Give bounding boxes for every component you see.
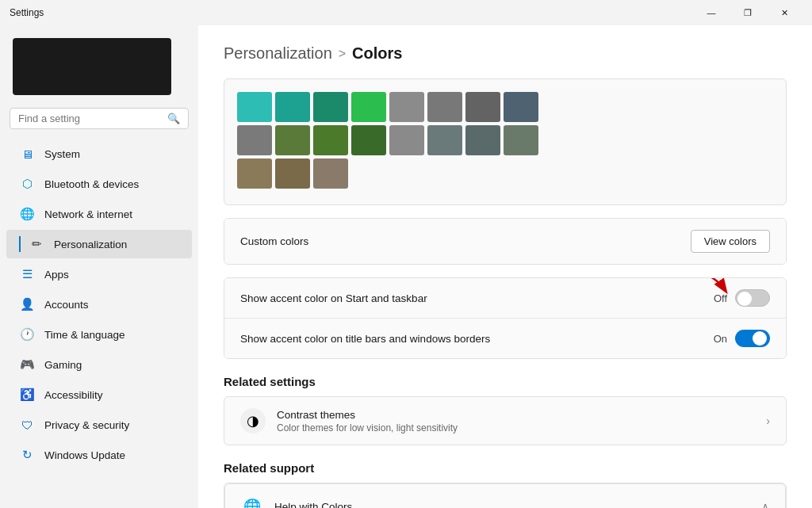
search-input[interactable] [18,113,167,124]
custom-colors-row: Custom colors View colors [224,219,786,264]
sidebar-item-system[interactable]: 🖥 System [6,139,192,168]
accent-color-settings: Show accent color on Start and taskbar O… [224,277,787,359]
sidebar-item-label: Time & language [44,329,125,341]
contrast-themes-item[interactable]: ◑ Contrast themes Color themes for low v… [224,396,787,445]
sidebar-item-accessibility[interactable]: ♿ Accessibility [6,380,192,409]
sidebar-item-privacy[interactable]: 🛡 Privacy & security [6,411,192,439]
sidebar-item-personalization[interactable]: ✏ Personalization [6,230,192,258]
swatch[interactable] [351,125,386,155]
related-support-section: 🌐 Help with Colors ∧ Changing taskbar co… [224,483,787,508]
personalization-icon: ✏ [29,236,44,252]
view-colors-button[interactable]: View colors [691,230,770,253]
swatch[interactable] [465,125,500,155]
swatch[interactable] [465,92,500,122]
swatch[interactable] [275,92,310,122]
toggle-start-right: Off [714,289,770,307]
active-indicator [19,236,21,252]
help-colors-title: Help with Colors [274,501,761,509]
toggle-title-right: On [714,330,770,347]
sidebar-item-label: Windows Update [44,449,125,461]
help-colors-item[interactable]: 🌐 Help with Colors ∧ [224,483,786,508]
contrast-themes-text: Contrast themes Color themes for low vis… [277,409,766,434]
sidebar-item-gaming[interactable]: 🎮 Gaming [6,350,192,379]
swatch[interactable] [313,92,348,122]
time-icon: 🕐 [19,327,35,342]
network-icon: 🌐 [19,206,35,222]
sidebar-item-network[interactable]: 🌐 Network & internet [6,200,192,228]
swatch[interactable] [313,125,348,155]
sidebar-item-label: Personalization [54,239,127,250]
toggle-start[interactable] [735,289,770,307]
swatch[interactable] [237,159,272,189]
minimize-button[interactable]: — [693,0,730,25]
titlebar-title: Settings [10,7,693,18]
sidebar-item-time[interactable]: 🕐 Time & language [6,320,192,349]
swatch[interactable] [237,125,272,155]
toggle-thumb [753,331,767,346]
swatch-row-3 [237,159,773,189]
swatch[interactable] [427,92,462,122]
sidebar-item-label: Network & internet [44,208,132,220]
breadcrumb-separator: > [339,47,346,61]
swatch[interactable] [389,125,424,155]
contrast-themes-subtitle: Color themes for low vision, light sensi… [277,422,766,434]
swatch[interactable] [389,92,424,122]
sidebar-item-label: Gaming [44,359,82,371]
contrast-themes-icon: ◑ [240,408,266,434]
system-icon: 🖥 [19,146,35,162]
swatch[interactable] [313,159,348,189]
sidebar: 🔍 🖥 System ⬡ Bluetooth & devices 🌐 Netwo… [0,25,198,508]
custom-colors-section: Custom colors View colors [224,218,787,265]
chevron-right-icon: › [766,414,770,427]
swatch[interactable] [275,125,310,155]
related-support-title: Related support [224,461,787,475]
swatch[interactable] [504,125,538,155]
sidebar-item-label: System [44,148,80,160]
sidebar-item-accounts[interactable]: 👤 Accounts [6,290,192,319]
contrast-themes-title: Contrast themes [277,409,766,421]
toggle-start-label: Show accent color on Start and taskbar [240,292,714,304]
gaming-icon: 🎮 [19,357,35,372]
sidebar-item-bluetooth[interactable]: ⬡ Bluetooth & devices [6,170,192,198]
search-bar[interactable]: 🔍 [10,108,189,129]
bluetooth-icon: ⬡ [19,176,35,192]
titlebar: Settings — ❐ ✕ [0,0,812,25]
swatch[interactable] [237,92,272,122]
swatch[interactable] [351,92,386,122]
sidebar-item-label: Privacy & security [44,419,129,431]
swatch[interactable] [275,159,310,189]
related-settings-title: Related settings [224,375,787,388]
breadcrumb-current: Colors [352,44,402,63]
maximize-button[interactable]: ❐ [730,0,766,25]
winupdate-icon: ↻ [19,447,35,463]
globe-icon: 🌐 [241,495,263,508]
toggle-thumb [737,292,752,306]
accessibility-icon: ♿ [19,387,35,403]
toggle-title-status: On [714,333,727,345]
swatch[interactable] [427,125,462,155]
content-inner: Personalization > Colors [198,25,812,508]
sidebar-item-winupdate[interactable]: ↻ Windows Update [6,441,192,469]
sidebar-item-label: Accessibility [44,389,103,401]
breadcrumb-parent[interactable]: Personalization [224,44,332,63]
sidebar-item-label: Accounts [44,299,89,311]
accounts-icon: 👤 [19,296,35,312]
sidebar-item-label: Bluetooth & devices [44,178,139,190]
privacy-icon: 🛡 [19,417,35,433]
sidebar-item-apps[interactable]: ☰ Apps [6,260,192,288]
toggle-title-row: Show accent color on title bars and wind… [224,319,786,358]
toggle-title-label: Show accent color on title bars and wind… [240,333,714,345]
toggle-title[interactable] [735,330,770,347]
apps-icon: ☰ [19,266,35,282]
color-swatches-panel [224,78,787,205]
breadcrumb: Personalization > Colors [224,44,787,63]
search-icon: 🔍 [167,113,180,124]
toggle-start-status: Off [714,292,727,304]
swatch-row-2 [237,125,773,155]
toggle-start-container [735,289,770,307]
avatar [13,38,171,95]
swatch[interactable] [504,92,538,122]
chevron-up-icon: ∧ [761,500,769,508]
close-button[interactable]: ✕ [766,0,802,25]
app-container: 🔍 🖥 System ⬡ Bluetooth & devices 🌐 Netwo… [0,25,812,508]
